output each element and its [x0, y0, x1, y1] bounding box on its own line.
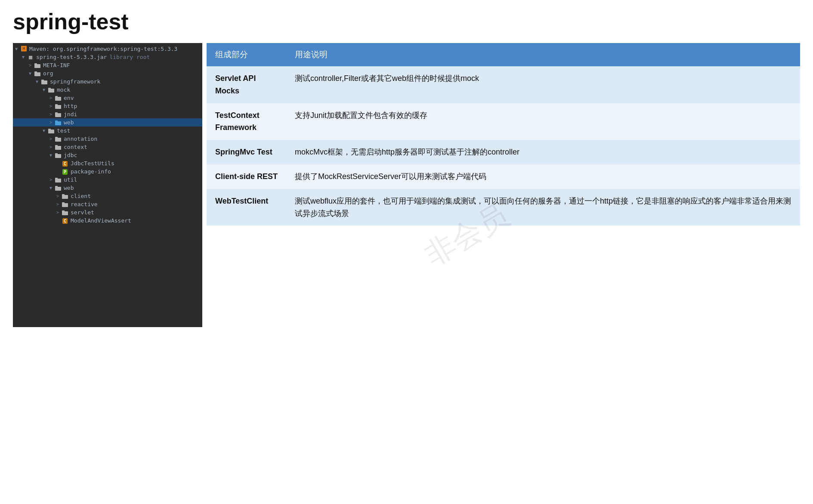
table-row: TestContextFramework支持Junit加载配置文件包含有效的缓存 — [207, 103, 800, 140]
tree-item-ModelAndViewAssert[interactable]: CModelAndViewAssert — [13, 216, 202, 225]
tree-arrow: ▼ — [47, 186, 54, 190]
tree-arrow: ▼ — [27, 71, 34, 76]
tree-item-label: reactive — [71, 201, 98, 207]
description-cell: 支持Junit加载配置文件包含有效的缓存 — [286, 103, 800, 140]
folder-icon — [54, 136, 62, 142]
info-table: 组成部分 用途说明 Servlet APIMocks测试controller,F… — [207, 43, 800, 226]
tree-item-label: org — [43, 70, 53, 77]
svg-rect-31 — [62, 202, 65, 204]
description-cell: 测试webflux应用的套件，也可用于端到端的集成测试，可以面向任何的服务器，通… — [286, 189, 800, 226]
tree-item-env[interactable]: >env — [13, 94, 202, 102]
col-description-header: 用途说明 — [286, 43, 800, 66]
component-cell: SpringMvc Test — [207, 140, 286, 164]
folder-icon — [61, 209, 69, 216]
folder-icon — [54, 103, 62, 109]
tree-item-package-info[interactable]: Ppackage-info — [13, 167, 202, 176]
svg-rect-7 — [48, 88, 51, 90]
svg-rect-27 — [55, 186, 58, 188]
tree-item-label: ModelAndViewAssert — [71, 217, 131, 224]
tree-item-label: META-INF — [43, 62, 70, 68]
tree-item-label: jndi — [64, 111, 77, 117]
svg-rect-19 — [55, 137, 58, 139]
tree-item-context[interactable]: >context — [13, 143, 202, 151]
tree-item-label: Maven: org.springframework:spring-test:5… — [29, 46, 177, 52]
folder-icon — [54, 176, 62, 183]
table-header-row: 组成部分 用途说明 — [207, 43, 800, 66]
svg-rect-15 — [55, 121, 58, 122]
table-row: WebTestClient测试webflux应用的套件，也可用于端到端的集成测试… — [207, 189, 800, 226]
folder-icon — [54, 95, 62, 101]
tree-item-http[interactable]: >http — [13, 102, 202, 110]
table-row: Servlet APIMocks测试controller,Filter或者其它w… — [207, 66, 800, 103]
svg-rect-11 — [55, 104, 58, 106]
tree-item-label: client — [71, 193, 91, 199]
tree-item-label: servlet — [71, 209, 94, 216]
maven-icon: 🅼 — [20, 46, 28, 52]
tree-item-secondary: library root — [109, 54, 150, 60]
class-green-icon: P — [61, 168, 69, 175]
tree-item-org[interactable]: ▼org — [13, 69, 202, 77]
tree-item-label: util — [64, 176, 77, 183]
svg-rect-25 — [55, 178, 58, 179]
jar-icon: ▦ — [27, 54, 34, 60]
tree-arrow: ▼ — [20, 55, 27, 59]
tree-arrow: ▼ — [40, 87, 47, 92]
tree-item-reactive[interactable]: >reactive — [13, 200, 202, 208]
folder-icon — [61, 201, 69, 207]
tree-item-label: JdbcTestUtils — [71, 160, 114, 167]
folder-icon — [54, 152, 62, 158]
svg-rect-1 — [34, 63, 37, 65]
tree-item-label: test — [57, 127, 70, 134]
tree-item-web2[interactable]: ▼web — [13, 184, 202, 192]
tree-item-jar-root[interactable]: ▼▦spring-test-5.3.3.jarlibrary root — [13, 53, 202, 61]
tree-item-springframework[interactable]: ▼springframework — [13, 77, 202, 86]
svg-rect-23 — [55, 153, 58, 155]
tree-item-servlet[interactable]: >servlet — [13, 208, 202, 216]
tree-arrow: ▼ — [40, 128, 47, 133]
svg-rect-13 — [55, 112, 58, 114]
tree-item-label: env — [64, 95, 74, 101]
tree-item-label: context — [64, 144, 87, 150]
tree-item-web[interactable]: >web — [13, 118, 202, 127]
tree-arrow: > — [54, 210, 61, 215]
file-tree-panel: ▼🅼Maven: org.springframework:spring-test… — [13, 43, 202, 327]
tree-arrow: > — [47, 104, 54, 108]
tree-arrow: > — [47, 96, 54, 100]
tree-item-label: springframework — [50, 78, 100, 85]
tree-arrow: > — [54, 202, 61, 207]
folder-icon — [34, 62, 41, 68]
tree-item-client[interactable]: >client — [13, 192, 202, 200]
tree-item-annotation[interactable]: >annotation — [13, 135, 202, 143]
class-orange-icon: C — [61, 217, 69, 224]
tree-arrow: > — [47, 112, 54, 117]
page-title: spring-test — [13, 9, 800, 34]
tree-arrow: ▼ — [47, 153, 54, 158]
tree-arrow: > — [47, 136, 54, 141]
tree-arrow: > — [47, 120, 54, 125]
folder-icon — [47, 87, 55, 93]
tree-item-label: http — [64, 103, 77, 109]
table-panel: 组成部分 用途说明 Servlet APIMocks测试controller,F… — [207, 43, 800, 226]
tree-item-JdbcTestUtils[interactable]: CJdbcTestUtils — [13, 159, 202, 167]
tree-item-meta-inf[interactable]: >META-INF — [13, 61, 202, 69]
svg-rect-33 — [62, 210, 65, 212]
tree-item-test[interactable]: ▼test — [13, 127, 202, 135]
component-cell: TestContextFramework — [207, 103, 286, 140]
tree-item-util[interactable]: >util — [13, 176, 202, 184]
tree-item-jndi[interactable]: >jndi — [13, 110, 202, 118]
tree-item-label: mock — [57, 87, 70, 93]
tree-item-maven-root[interactable]: ▼🅼Maven: org.springframework:spring-test… — [13, 45, 202, 53]
tree-item-label: spring-test-5.3.3.jar — [36, 54, 107, 60]
folder-icon — [34, 70, 41, 77]
description-cell: 提供了MockRestServiceServer可以用来测试客户端代码 — [286, 164, 800, 189]
svg-rect-21 — [55, 145, 58, 147]
tree-item-jdbc[interactable]: ▼jdbc — [13, 151, 202, 159]
folder-icon — [54, 185, 62, 191]
svg-rect-3 — [34, 71, 37, 73]
svg-rect-29 — [62, 194, 65, 196]
tree-arrow: > — [27, 63, 34, 68]
tree-item-label: jdbc — [64, 152, 77, 158]
tree-item-label: web — [64, 119, 74, 126]
tree-arrow: > — [54, 194, 61, 198]
tree-item-mock[interactable]: ▼mock — [13, 86, 202, 94]
